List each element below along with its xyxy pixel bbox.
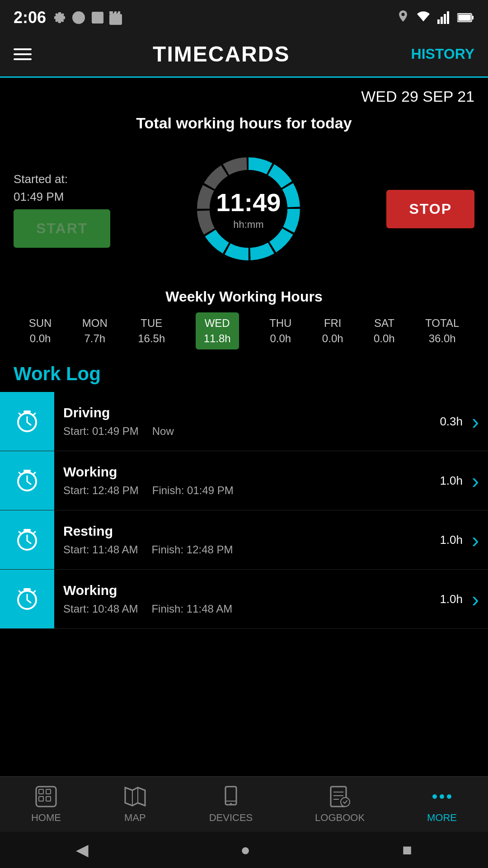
status-time: 2:06 [14, 8, 46, 27]
log-item[interactable]: Resting Start: 11:48 AM Finish: 12:48 PM… [0, 510, 488, 570]
nav-item-logbook[interactable]: LOGBOOK [315, 785, 365, 824]
history-button[interactable]: HISTORY [411, 46, 474, 62]
back-button[interactable]: ◀ [76, 840, 89, 859]
current-date: WED 29 SEP 21 [0, 78, 488, 110]
recent-button[interactable]: ■ [402, 840, 412, 859]
log-details: Working Start: 10:48 AM Finish: 11:48 AM [54, 576, 440, 623]
timer-section-title: Total working hours for today [136, 114, 352, 132]
chevron-right-icon: › [472, 587, 488, 612]
chevron-right-icon: › [472, 409, 488, 434]
day-col-sat: SAT 0.0h [374, 317, 395, 345]
day-name: TUE [141, 317, 162, 330]
svg-rect-38 [23, 588, 31, 590]
nav-item-devices[interactable]: DEVICES [209, 785, 253, 824]
day-hours: 0.0h [30, 332, 51, 345]
bottom-nav: HOME MAP DEVICES LOGBOOK MORE [0, 776, 488, 832]
log-icon-box [0, 510, 54, 569]
svg-line-27 [19, 413, 21, 415]
started-at-label: Started at: [14, 170, 110, 188]
log-times: Start: 11:48 AM Finish: 12:48 PM [63, 543, 431, 556]
nav-label: MAP [124, 812, 146, 824]
svg-line-35 [19, 532, 21, 534]
weekly-title: Weekly Working Hours [14, 288, 474, 305]
stop-button[interactable]: STOP [386, 190, 474, 228]
nav-item-more[interactable]: MORE [427, 785, 457, 824]
signal-icon [437, 11, 451, 24]
status-icons [52, 10, 122, 25]
log-item-right: 0.3h › [440, 409, 488, 434]
day-name: TOTAL [425, 317, 459, 330]
svg-rect-45 [46, 797, 51, 801]
work-log-section: Work Log Driving Start: 01:49 PM Now 0.3… [0, 354, 488, 629]
home-button[interactable]: ● [240, 840, 250, 859]
log-icon-box [0, 570, 54, 628]
log-icon-box [0, 392, 54, 451]
main-content: WED 29 SEP 21 Total working hours for to… [0, 78, 488, 719]
battery-icon [457, 13, 474, 23]
log-type: Working [63, 583, 431, 598]
map-icon [123, 785, 147, 808]
location-icon [397, 10, 409, 25]
log-end: Finish: 12:48 PM [151, 543, 233, 556]
log-details: Resting Start: 11:48 AM Finish: 12:48 PM [54, 516, 440, 563]
start-button[interactable]: START [14, 209, 110, 248]
hamburger-menu[interactable] [14, 48, 32, 60]
svg-line-32 [33, 472, 35, 475]
timer-icon [14, 408, 41, 435]
svg-rect-5 [437, 19, 440, 24]
day-hours: 0.0h [374, 332, 395, 345]
svg-rect-11 [458, 14, 471, 21]
day-col-sun: SUN 0.0h [29, 317, 52, 345]
sdcard-icon [109, 10, 122, 25]
svg-point-59 [447, 794, 451, 799]
donut-time-label: hh:mm [216, 219, 281, 231]
log-item[interactable]: Working Start: 10:48 AM Finish: 11:48 AM… [0, 570, 488, 629]
nav-label: DEVICES [209, 812, 253, 824]
log-type: Driving [63, 405, 431, 420]
home-icon [34, 785, 58, 808]
log-start: Start: 10:48 AM [63, 603, 138, 615]
top-nav: TIMECARDS HISTORY [0, 32, 488, 78]
day-hours: 11.8h [204, 332, 231, 345]
log-item-right: 1.0h › [440, 528, 488, 552]
svg-rect-26 [23, 410, 31, 413]
svg-line-39 [19, 591, 21, 593]
day-hours: 0.0h [270, 332, 291, 345]
log-item-right: 1.0h › [440, 468, 488, 493]
svg-rect-7 [444, 14, 446, 24]
day-name: FRI [324, 317, 342, 330]
log-start: Start: 12:48 PM [63, 484, 139, 497]
svg-point-57 [432, 794, 437, 799]
nav-label: HOME [31, 812, 61, 824]
log-duration: 1.0h [440, 474, 467, 488]
app-title: TIMECARDS [153, 42, 290, 66]
log-item[interactable]: Driving Start: 01:49 PM Now 0.3h › [0, 392, 488, 451]
svg-rect-3 [109, 14, 122, 25]
svg-line-31 [19, 472, 21, 475]
svg-rect-43 [46, 789, 51, 794]
svg-rect-44 [39, 797, 43, 801]
day-name: SAT [374, 317, 394, 330]
day-name: THU [269, 317, 291, 330]
devices-icon [219, 785, 243, 808]
log-end: Now [152, 425, 174, 438]
log-type: Resting [63, 524, 431, 539]
day-col-wed: WED 11.8h [196, 312, 239, 349]
svg-rect-6 [441, 17, 443, 24]
log-type: Working [63, 464, 431, 480]
svg-point-56 [341, 797, 350, 807]
log-start: Start: 01:49 PM [63, 425, 139, 438]
day-col-tue: TUE 16.5h [138, 317, 165, 345]
log-end: Finish: 01:49 PM [152, 484, 234, 497]
wifi-icon [416, 11, 431, 24]
donut-time-display: 11:49 [216, 188, 281, 217]
started-at-info: Started at: 01:49 PM [14, 170, 110, 206]
nav-item-home[interactable]: HOME [31, 785, 61, 824]
timer-section: Total working hours for today Started at… [0, 110, 488, 281]
svg-rect-2 [92, 12, 103, 24]
day-name: SUN [29, 317, 52, 330]
status-right-icons [397, 10, 474, 25]
nav-item-map[interactable]: MAP [123, 785, 147, 824]
log-item[interactable]: Working Start: 12:48 PM Finish: 01:49 PM… [0, 451, 488, 510]
weekly-grid: SUN 0.0h MON 7.7h TUE 16.5h WED 11.8h TH… [14, 312, 474, 349]
